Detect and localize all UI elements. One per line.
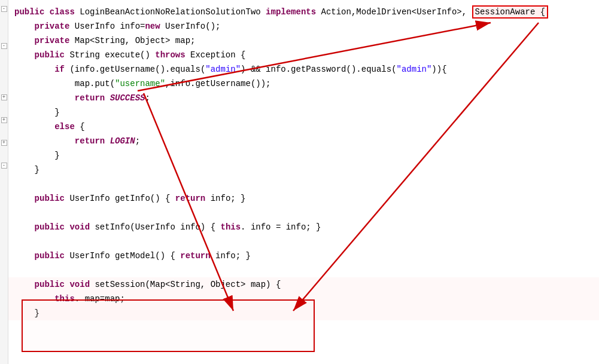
line-text-3: private Map<String, Object> map; [8, 33, 599, 48]
code-line-19 [8, 263, 599, 277]
code-line-3: private Map<String, Object> map; [8, 33, 599, 48]
line-text-7: return SUCCESS; [8, 91, 599, 105]
code-line-8: } [8, 105, 599, 120]
code-line-1: public class LoginBeanActionNoRelationSo… [8, 5, 599, 19]
line-text-1: public class LoginBeanActionNoRelationSo… [8, 5, 599, 19]
fold-icon-4[interactable]: + [1, 117, 7, 123]
code-content: public class LoginBeanActionNoRelationSo… [8, 0, 599, 325]
code-line-10: return LOGIN; [8, 134, 599, 148]
code-line-18: public UserInfo getModel() { return info… [8, 249, 599, 263]
line-text-22: } [8, 306, 599, 320]
line-text-13 [8, 177, 599, 191]
line-text-10: return LOGIN; [8, 134, 599, 148]
line-text-11: } [8, 148, 599, 163]
code-line-13 [8, 177, 599, 191]
code-line-9: else { [8, 120, 599, 134]
line-text-5: if (info.getUsername().equals("admin") &… [8, 62, 599, 77]
fold-icon-3[interactable]: + [1, 94, 7, 100]
line-text-15 [8, 206, 599, 220]
line-text-16: public void setInfo(UserInfo info) { thi… [8, 220, 599, 234]
line-text-14: public UserInfo getInfo() { return info;… [8, 191, 599, 206]
line-text-6: map.put("username",info.getUsername()); [8, 77, 599, 91]
code-line-5: if (info.getUsername().equals("admin") &… [8, 62, 599, 77]
code-line-16: public void setInfo(UserInfo info) { thi… [8, 220, 599, 234]
line-text-12: } [8, 163, 599, 177]
code-line-11: } [8, 148, 599, 163]
line-text-8: } [8, 105, 599, 120]
fold-icon-2[interactable]: - [1, 43, 7, 49]
code-line-12: } [8, 163, 599, 177]
code-line-7: return SUCCESS; [8, 91, 599, 105]
fold-gutter: - - + + + - [0, 0, 8, 364]
line-text-17 [8, 234, 599, 249]
code-line-20: public void setSession(Map<String, Objec… [8, 277, 599, 292]
line-text-20: public void setSession(Map<String, Objec… [8, 277, 599, 292]
code-line-4: public String execute() throws Exception… [8, 48, 599, 62]
code-line-6: map.put("username",info.getUsername()); [8, 77, 599, 91]
fold-icon-6[interactable]: - [1, 163, 7, 169]
line-text-19 [8, 263, 599, 277]
fold-icon-1[interactable]: - [1, 6, 7, 12]
line-text-18: public UserInfo getModel() { return info… [8, 249, 599, 263]
code-line-22: } [8, 306, 599, 320]
line-text-2: private UserInfo info=new UserInfo(); [8, 19, 599, 33]
code-line-21: this. map=map; [8, 292, 599, 306]
line-text-21: this. map=map; [8, 292, 599, 306]
line-text-4: public String execute() throws Exception… [8, 48, 599, 62]
editor-container: - - + + + - public class LoginBeanAction… [0, 0, 599, 364]
code-line-2: private UserInfo info=new UserInfo(); [8, 19, 599, 33]
code-line-15 [8, 206, 599, 220]
code-line-17 [8, 234, 599, 249]
fold-icon-5[interactable]: + [1, 140, 7, 146]
line-text-9: else { [8, 120, 599, 134]
code-line-14: public UserInfo getInfo() { return info;… [8, 191, 599, 206]
